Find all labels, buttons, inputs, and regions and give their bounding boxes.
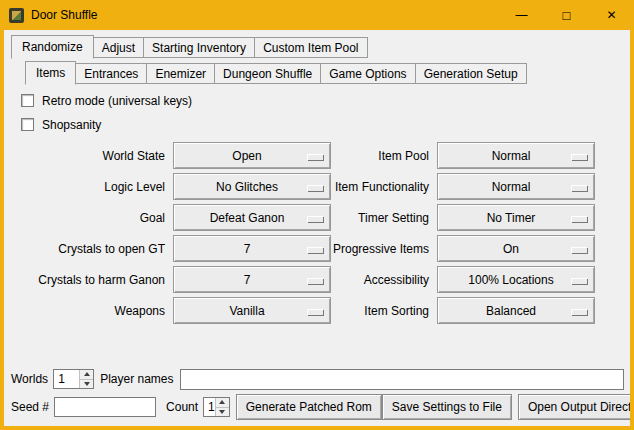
- dropdown-indicator-icon: [307, 247, 323, 253]
- tab-label: Dungeon Shuffle: [223, 67, 312, 81]
- dropdown-progressive-items[interactable]: On: [437, 235, 595, 262]
- dropdown-crystals-harm-ganon[interactable]: 7: [173, 266, 331, 293]
- dropdown-indicator-icon: [307, 154, 323, 160]
- dropdown-value: 7: [244, 242, 261, 256]
- tab-items[interactable]: Items: [25, 61, 76, 85]
- generate-patched-rom-button[interactable]: Generate Patched Rom: [236, 394, 382, 420]
- tab-label: Enemizer: [155, 67, 206, 81]
- seed-label: Seed #: [11, 400, 49, 414]
- tab-label: Entrances: [84, 67, 138, 81]
- dropdown-indicator-icon: [307, 216, 323, 222]
- dropdown-item-pool[interactable]: Normal: [437, 142, 595, 169]
- tab-dungeon-shuffle[interactable]: Dungeon Shuffle: [214, 63, 321, 84]
- bottom-row-2: Seed # Count 1 Generate Patched Rom: [11, 394, 624, 420]
- dropdown-indicator-icon: [571, 154, 587, 160]
- count-spin-up-button[interactable]: [216, 398, 229, 407]
- dropdown-item-sorting[interactable]: Balanced: [437, 297, 595, 324]
- tab-label: Custom Item Pool: [263, 41, 358, 55]
- dropdown-indicator-icon: [307, 309, 323, 315]
- seed-input[interactable]: [54, 397, 156, 417]
- app-icon[interactable]: [9, 8, 24, 23]
- count-value: 1: [204, 398, 215, 416]
- maximize-icon: □: [563, 8, 571, 23]
- worlds-value: 1: [54, 370, 79, 388]
- checkbox-shopsanity[interactable]: [21, 118, 34, 131]
- dropdown-value: 7: [244, 273, 261, 287]
- spin-down-icon: [219, 410, 225, 414]
- open-output-directory-button[interactable]: Open Output Directory: [518, 394, 630, 420]
- tab-game-options[interactable]: Game Options: [320, 63, 415, 84]
- dropdown-crystals-open-gt[interactable]: 7: [173, 235, 331, 262]
- checkbox-label: Shopsanity: [42, 118, 101, 132]
- dropdown-value: Normal: [492, 180, 541, 194]
- minimize-icon: —: [516, 8, 528, 22]
- dropdown-value: Defeat Ganon: [210, 211, 295, 225]
- window-title: Door Shuffle: [31, 8, 98, 22]
- label-weapons: Weapons: [10, 304, 173, 318]
- tab-randomize[interactable]: Randomize: [11, 35, 94, 59]
- maximize-button[interactable]: □: [544, 0, 589, 30]
- dropdown-indicator-icon: [571, 216, 587, 222]
- dropdown-value: 100% Locations: [468, 273, 563, 287]
- dropdown-logic-level[interactable]: No Glitches: [173, 173, 331, 200]
- tab-label: Randomize: [22, 40, 83, 54]
- dropdown-goal[interactable]: Defeat Ganon: [173, 204, 331, 231]
- label-crystals-open-gt: Crystals to open GT: [10, 242, 173, 256]
- tab-entrances[interactable]: Entrances: [75, 63, 147, 84]
- label-item-pool: Item Pool: [331, 149, 437, 163]
- tab-enemizer[interactable]: Enemizer: [146, 63, 215, 84]
- dropdown-indicator-icon: [307, 278, 323, 284]
- options-form: World State Open Item Pool Normal Logic …: [10, 140, 630, 326]
- checkbox-row-retro-mode[interactable]: Retro mode (universal keys): [21, 93, 630, 108]
- dropdown-value: Balanced: [486, 304, 546, 318]
- tab-label: Adjust: [102, 41, 135, 55]
- tab-label: Generation Setup: [424, 67, 518, 81]
- window-controls: — □ ✕: [499, 0, 634, 30]
- checkbox-row-shopsanity[interactable]: Shopsanity: [21, 117, 630, 132]
- dropdown-indicator-icon: [571, 185, 587, 191]
- count-spin-arrows: [215, 398, 229, 416]
- spin-up-icon: [219, 400, 225, 404]
- dropdown-value: No Timer: [487, 211, 546, 225]
- label-item-functionality: Item Functionality: [331, 180, 437, 194]
- label-world-state: World State: [10, 149, 173, 163]
- tab-label: Game Options: [329, 67, 406, 81]
- worlds-spin-up-button[interactable]: [80, 370, 93, 379]
- worlds-spinbox[interactable]: 1: [53, 369, 94, 389]
- title-bar[interactable]: Door Shuffle — □ ✕: [0, 0, 634, 30]
- tab-starting-inventory[interactable]: Starting Inventory: [143, 37, 255, 58]
- dropdown-indicator-icon: [571, 309, 587, 315]
- dropdown-indicator-icon: [571, 278, 587, 284]
- dropdown-indicator-icon: [307, 185, 323, 191]
- dropdown-value: No Glitches: [216, 180, 288, 194]
- save-settings-button[interactable]: Save Settings to File: [382, 394, 512, 420]
- bottom-row-1: Worlds 1 Player names: [11, 368, 624, 390]
- tab-adjust[interactable]: Adjust: [93, 37, 144, 58]
- worlds-label: Worlds: [11, 372, 48, 386]
- bottom-bar: Worlds 1 Player names Seed #: [4, 368, 630, 426]
- label-progressive-items: Progressive Items: [331, 242, 437, 256]
- dropdown-weapons[interactable]: Vanilla: [173, 297, 331, 324]
- close-icon: ✕: [606, 8, 616, 22]
- spin-down-icon: [84, 382, 90, 386]
- window: Door Shuffle — □ ✕ Randomize Adjust Star…: [0, 0, 634, 430]
- tab-label: Starting Inventory: [152, 41, 246, 55]
- count-spin-down-button[interactable]: [216, 407, 229, 417]
- count-spinbox[interactable]: 1: [203, 397, 230, 417]
- worlds-spin-down-button[interactable]: [80, 379, 93, 389]
- dropdown-timer-setting[interactable]: No Timer: [437, 204, 595, 231]
- dropdown-item-functionality[interactable]: Normal: [437, 173, 595, 200]
- dropdown-world-state[interactable]: Open: [173, 142, 331, 169]
- label-timer-setting: Timer Setting: [331, 211, 437, 225]
- outer-tab-strip: Randomize Adjust Starting Inventory Cust…: [4, 35, 630, 58]
- tab-custom-item-pool[interactable]: Custom Item Pool: [254, 37, 367, 58]
- checkbox-retro-mode[interactable]: [21, 94, 34, 107]
- minimize-button[interactable]: —: [499, 0, 544, 30]
- close-button[interactable]: ✕: [589, 0, 634, 30]
- count-label: Count: [166, 400, 198, 414]
- player-names-label: Player names: [100, 372, 173, 386]
- tab-generation-setup[interactable]: Generation Setup: [415, 63, 527, 84]
- dropdown-value: Vanilla: [229, 304, 274, 318]
- dropdown-accessibility[interactable]: 100% Locations: [437, 266, 595, 293]
- player-names-input[interactable]: [180, 369, 625, 390]
